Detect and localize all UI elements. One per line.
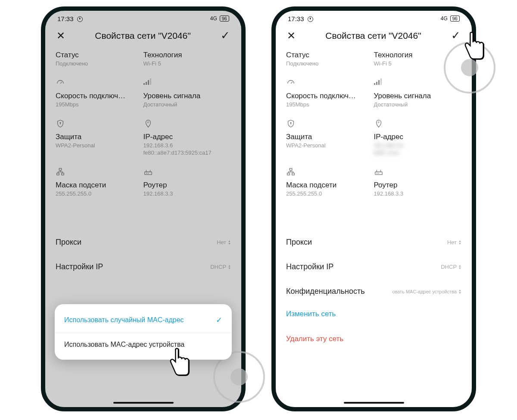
value-speed: 195Mbps — [56, 101, 143, 109]
status-bar: 17:33 4G 96 — [276, 11, 472, 25]
cursor-hand-icon — [461, 31, 488, 65]
router-icon — [374, 167, 462, 179]
cell-speed: Скорость подключ… 195Mbps — [56, 75, 143, 115]
label-security: Защита — [286, 133, 374, 141]
row-ipset[interactable]: Настройки IP DHCP▲▼ — [286, 255, 461, 279]
row-privacy[interactable]: Конфиденциальность овать MAC-адрес устро… — [286, 279, 461, 304]
subnet-icon — [56, 167, 143, 179]
label-ipset: Настройки IP — [56, 262, 103, 271]
svg-point-6 — [146, 173, 147, 174]
speed-icon — [286, 78, 374, 90]
link-edit[interactable]: Изменить сеть — [286, 304, 461, 324]
cell-status: Статус Подключено — [286, 47, 374, 75]
home-indicator[interactable] — [113, 402, 174, 404]
row-ipset[interactable]: Настройки IP DHCP▲▼ — [56, 255, 231, 279]
alarm-icon — [77, 16, 83, 22]
svg-rect-2 — [59, 168, 62, 170]
label-status: Статус — [286, 51, 374, 59]
chevron-updown-icon: ▲▼ — [228, 264, 231, 270]
svg-text:IP: IP — [147, 121, 149, 124]
value-tech: Wi-Fi 5 — [143, 60, 231, 68]
svg-rect-4 — [62, 173, 64, 175]
label-proxy: Прокси — [286, 238, 312, 247]
page-title: Свойства сети "V2046" — [95, 31, 190, 41]
svg-rect-5 — [144, 172, 152, 174]
value-status: Подключено — [286, 60, 374, 68]
label-router: Роутер — [374, 181, 462, 190]
signal-icon — [143, 78, 231, 90]
label-speed: Скорость подключ… — [286, 92, 374, 100]
chevron-updown-icon: ▲▼ — [228, 240, 231, 245]
svg-rect-12 — [292, 173, 295, 175]
chevron-updown-icon: ▲▼ — [458, 240, 461, 245]
svg-point-0 — [60, 122, 61, 123]
value-router: 192.168.3.3 — [374, 190, 462, 198]
status-time: 17:33 — [288, 15, 304, 22]
value-proxy: Нет▲▼ — [447, 239, 461, 246]
mac-popup: Использовать случайный MAC-адрес ✓ Испол… — [55, 304, 232, 360]
cell-status: Статус Подключено — [56, 47, 143, 75]
close-icon[interactable]: ✕ — [56, 30, 65, 42]
svg-rect-10 — [290, 168, 292, 170]
label-ip: IP-адрес — [143, 133, 231, 141]
value-ip-blurred: 192.168.3.6fe80::xxxx — [374, 142, 462, 157]
cell-signal: Уровень сигнала Достаточный — [143, 75, 231, 115]
cell-subnet: Маска подсети 255.255.255.0 — [286, 164, 374, 205]
svg-rect-3 — [57, 173, 59, 175]
status-right: 4G 96 — [210, 16, 229, 22]
value-privacy: овать MAC-адрес устройства▲▼ — [392, 289, 461, 294]
label-status: Статус — [56, 51, 143, 59]
row-proxy[interactable]: Прокси Нет▲▼ — [286, 230, 461, 255]
value-subnet: 255.255.255.0 — [56, 190, 143, 198]
cell-router: Роутер 192.168.3.3 — [374, 164, 462, 205]
label-signal: Уровень сигнала — [143, 92, 231, 100]
net-type: 4G — [210, 16, 217, 22]
alarm-icon — [308, 16, 313, 22]
value-ip1: 192.168.3.6 — [143, 142, 231, 149]
label-ipset: Настройки IP — [286, 262, 333, 271]
svg-text:IP: IP — [377, 121, 380, 124]
cell-security: Защита WPA2-Personal — [56, 115, 143, 164]
chevron-updown-icon: ▲▼ — [458, 289, 461, 294]
confirm-icon[interactable]: ✓ — [221, 29, 230, 42]
value-speed: 195Mbps — [286, 101, 374, 109]
row-proxy[interactable]: Прокси Нет▲▼ — [56, 230, 231, 255]
svg-point-8 — [290, 122, 291, 123]
label-ip: IP-адрес — [374, 133, 462, 141]
status-time: 17:33 — [57, 15, 74, 22]
ip-icon: IP — [143, 119, 231, 131]
label-subnet: Маска подсети — [56, 181, 143, 190]
label-security: Защита — [56, 133, 143, 141]
value-ip2: fe80::a8e7:d173:5925:ca17 — [143, 149, 231, 157]
label-router: Роутер — [143, 181, 231, 190]
battery-icon: 96 — [220, 16, 229, 22]
cell-ip: IP IP-адрес 192.168.3.6 fe80::a8e7:d173:… — [143, 115, 231, 164]
battery-icon: 96 — [450, 16, 460, 22]
header: ✕ Свойства сети "V2046" ✓ — [45, 25, 241, 47]
popup-option-random-mac[interactable]: Использовать случайный MAC-адрес ✓ — [55, 308, 232, 333]
value-router: 192.168.3.3 — [143, 190, 231, 198]
cursor-hand-icon — [166, 347, 193, 381]
home-indicator[interactable] — [344, 402, 404, 404]
popup-option-device-mac[interactable]: Использовать MAC-адрес устройства — [55, 333, 232, 356]
value-security: WPA2-Personal — [286, 142, 374, 149]
svg-point-15 — [378, 173, 379, 174]
cell-subnet: Маска подсети 255.255.255.0 — [56, 164, 143, 205]
shield-icon — [286, 119, 374, 131]
link-delete[interactable]: Удалить эту сеть — [286, 329, 461, 349]
popup-option-label: Использовать случайный MAC-адрес — [64, 316, 184, 324]
ip-icon: IP — [374, 119, 462, 131]
close-icon[interactable]: ✕ — [287, 30, 296, 42]
header: ✕ Свойства сети "V2046" ✓ — [276, 25, 472, 47]
value-subnet: 255.255.255.0 — [286, 190, 374, 198]
value-proxy: Нет▲▼ — [217, 239, 231, 246]
status-bar: 17:33 4G 96 — [45, 11, 241, 25]
chevron-updown-icon: ▲▼ — [458, 264, 461, 270]
confirm-icon[interactable]: ✓ — [451, 29, 461, 42]
router-icon — [143, 167, 231, 179]
value-security: WPA2-Personal — [56, 142, 143, 149]
cell-speed: Скорость подключ… 195Mbps — [286, 75, 374, 115]
value-signal: Достаточный — [143, 101, 231, 109]
label-subnet: Маска подсети — [286, 181, 374, 190]
value-ipset: DHCP▲▼ — [210, 264, 231, 270]
